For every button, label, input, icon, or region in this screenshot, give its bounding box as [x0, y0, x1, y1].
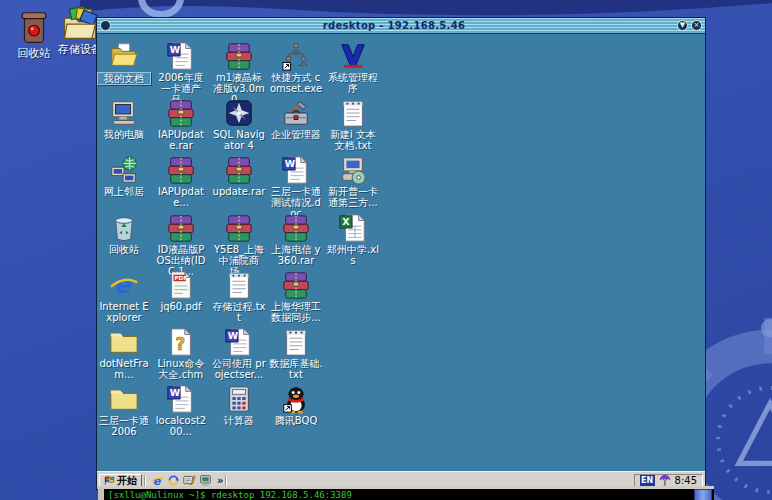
desktop-icon-label: dotNetFram...: [97, 358, 151, 380]
rar-icon: [281, 213, 311, 243]
desktop-icon-label: jq60.pdf: [154, 301, 208, 312]
desktop-icon[interactable]: update.rar: [212, 155, 266, 197]
desktop-icon[interactable]: 数据库基础. txt: [269, 327, 323, 380]
desktop-icon[interactable]: 腾讯BQQ: [269, 384, 323, 426]
chm-icon: [166, 327, 196, 357]
desktop-icon[interactable]: 存储过程.txt: [212, 270, 266, 323]
desktop-icon-label: 计算器: [212, 415, 266, 426]
desktop-icon[interactable]: 2006年度一卡通产品...: [154, 41, 208, 105]
desktop-icon-label: 我的文档: [97, 72, 151, 85]
desktop-icon-label: localcost200...: [154, 415, 208, 437]
desktop-icon[interactable]: 郑州中学.xls: [326, 213, 380, 266]
terminal-scrollbar[interactable]: [694, 489, 712, 500]
desktop-icon[interactable]: 新建i 文本文档.txt: [326, 98, 380, 151]
rdesktop-window: rdesktop - 192.168.5.46 ▼ × 我的文档我的电脑网上邻居…: [96, 17, 706, 490]
txt-icon: [338, 98, 368, 128]
desktop-icon[interactable]: 三层一卡通 2006: [97, 384, 151, 437]
desktop-icon[interactable]: 新开普一卡通第三方...: [326, 155, 380, 208]
window-title: rdesktop - 192.168.5.46: [111, 20, 677, 31]
folder-icon: [109, 384, 139, 414]
toolbox-icon: [281, 98, 311, 128]
desktop-icon-label: 网上邻居: [97, 186, 151, 197]
desktop-icon[interactable]: 我的电脑: [97, 98, 151, 140]
desktop-icon-label: 数据库基础. txt: [269, 358, 323, 380]
desktop-icon[interactable]: 上海华理工数据同步...: [269, 270, 323, 323]
desktop-icon[interactable]: 系统管理程序: [326, 41, 380, 94]
desktop-icon[interactable]: localcost200...: [154, 384, 208, 437]
desktop-icon-label: 快捷方式 comset.exe: [269, 72, 323, 94]
compass-icon: [224, 98, 254, 128]
rar-icon: [166, 213, 196, 243]
desktop-icon-label: 三层一卡通 2006: [97, 415, 151, 437]
rar-icon: [224, 213, 254, 243]
terminal-prompt-line: [sxllu@Nulinux ~]$ rdesktop 192.168.5.46…: [104, 489, 714, 500]
host-desktop: 回收站存储设备 rdesktop - 192.168.5.46 ▼ × 我的文档…: [0, 0, 772, 500]
taskbar-clock: 8:45: [675, 475, 697, 486]
desktop-icon-label: 郑州中学.xls: [326, 244, 380, 266]
desktop-icon[interactable]: Internet Explorer: [97, 270, 151, 323]
desktop-icon[interactable]: ID液晶版POS出纳(IDC 1...: [154, 213, 208, 277]
txt-icon: [224, 270, 254, 300]
close-button[interactable]: ×: [691, 20, 702, 31]
taskbar-divider: [144, 475, 146, 487]
installer-icon: [338, 155, 368, 185]
desktop-icon-label: 新建i 文本文档.txt: [326, 129, 380, 151]
windows-flag-icon: [104, 475, 115, 486]
desktop-icon[interactable]: 公司使用 projectser...: [212, 327, 266, 380]
pdf-icon: [166, 270, 196, 300]
terminal-window[interactable]: [sxllu@Nulinux ~]$ rdesktop 192.168.5.46…: [98, 486, 714, 500]
desktop-icon[interactable]: 我的文档: [97, 41, 151, 85]
rar-icon: [166, 155, 196, 185]
desktop-icon[interactable]: 计算器: [212, 384, 266, 426]
remote-desktop[interactable]: 我的文档我的电脑网上邻居回收站Internet ExplorerdotNetFr…: [97, 34, 705, 471]
desktop-icon-label: 新开普一卡通第三方...: [326, 186, 380, 208]
desktop-icon[interactable]: 企业管理器: [269, 98, 323, 140]
desktop-icon-label: 腾讯BQQ: [269, 415, 323, 426]
desktop-icon[interactable]: SQL Navigator 4: [212, 98, 266, 151]
calc-icon: [224, 384, 254, 414]
desktop-icon-label: 公司使用 projectser...: [212, 358, 266, 380]
window-menu-button[interactable]: [100, 20, 111, 31]
desktop-icon[interactable]: IAPUpdate...: [154, 155, 208, 208]
folderopen-icon: [109, 41, 139, 71]
ie-icon: [109, 270, 139, 300]
window-titlebar[interactable]: rdesktop - 192.168.5.46 ▼ ×: [97, 18, 705, 34]
shade-button[interactable]: ▼: [677, 20, 688, 31]
language-indicator[interactable]: EN: [640, 475, 655, 487]
desktop-icon-label: SQL Navigator 4: [212, 129, 266, 151]
desktop-icon[interactable]: jq60.pdf: [154, 270, 208, 312]
people-icon: [281, 41, 311, 71]
folder-icon: [109, 327, 139, 357]
desktop-icon[interactable]: 网上邻居: [97, 155, 151, 197]
network-icon: [109, 155, 139, 185]
desktop-icon-label: 系统管理程序: [326, 72, 380, 94]
word-icon: [224, 327, 254, 357]
desktop-icon[interactable]: dotNetFram...: [97, 327, 151, 380]
host-icon-label: 回收站: [8, 46, 60, 61]
desktop-icon[interactable]: 上海电信 y360.rar: [269, 213, 323, 266]
avlogo-icon: [338, 41, 368, 71]
desktop-icon[interactable]: Y5E8_上海中浦院商场...: [212, 213, 266, 277]
desktop-icon[interactable]: IAPUpdate.rar: [154, 98, 208, 151]
excel-icon: [338, 213, 368, 243]
desktop-icon[interactable]: 回收站: [97, 213, 151, 255]
desktop-icon[interactable]: m1液晶标准版v3.0m0...: [212, 41, 266, 105]
desktop-icon-label: update.rar: [212, 186, 266, 197]
recycle-icon: [109, 213, 139, 243]
taskbar-divider-2: [225, 475, 227, 487]
desktop-icon-label: Internet Explorer: [97, 301, 151, 323]
rar-icon: [224, 41, 254, 71]
desktop-icon[interactable]: 快捷方式 comset.exe: [269, 41, 323, 94]
computer-icon: [109, 98, 139, 128]
overflow-chevron[interactable]: »: [217, 475, 223, 487]
desktop-icon[interactable]: 三层一卡通测试情况.doc: [269, 155, 323, 219]
desktop-icon-label: 上海华理工数据同步...: [269, 301, 323, 323]
trash-icon: [15, 8, 53, 46]
desktop-icon[interactable]: Linux命令大全.chm: [154, 327, 208, 380]
host-desktop-icon[interactable]: 回收站: [8, 8, 60, 61]
qq-icon: [281, 384, 311, 414]
word-icon: [166, 41, 196, 71]
rar-icon: [224, 155, 254, 185]
rar-icon: [166, 98, 196, 128]
desktop-icon-label: Linux命令大全.chm: [154, 358, 208, 380]
